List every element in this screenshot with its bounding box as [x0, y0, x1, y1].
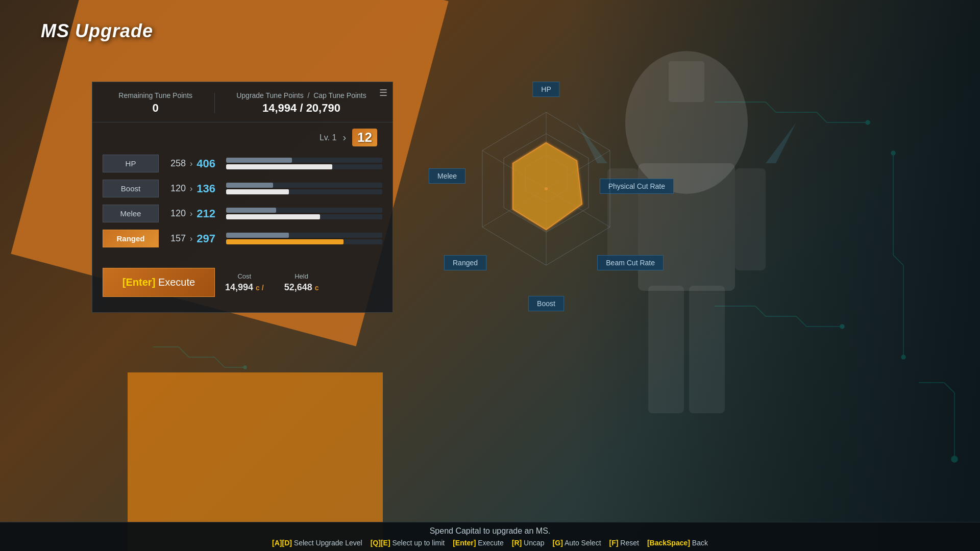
held-value: 52,648 c	[284, 282, 319, 293]
stat-arrow-melee: ›	[190, 209, 192, 218]
stat-row-melee: Melee 120 › 212	[103, 205, 382, 222]
status-bar: Spend Capital to upgrade an MS. [A][D] S…	[0, 522, 980, 551]
level-display: Lv. 1 › 12	[92, 122, 393, 151]
key-hint-backspace: [BackSpace] Back	[643, 539, 712, 547]
cost-value: 14,994 c /	[225, 282, 264, 293]
stat-row-boost: Boost 120 › 136	[103, 180, 382, 197]
svg-marker-42	[513, 143, 582, 230]
stat-new-ranged: 297	[197, 232, 222, 245]
key-hint-r: [R] Uncap	[508, 539, 549, 547]
stat-rows: HP 258 › 406 Boost 120 › 136	[92, 151, 393, 259]
execute-label: Execute	[158, 277, 195, 288]
key-hint-g: [G] Auto Select	[549, 539, 605, 547]
stat-bar-ranged	[226, 233, 382, 244]
level-new: 12	[352, 129, 377, 146]
cost-section: Cost 14,994 c / Held 52,648 c	[225, 272, 319, 293]
svg-marker-35	[766, 122, 796, 163]
level-current: Lv. 1	[320, 133, 337, 142]
svg-rect-32	[689, 286, 725, 413]
stat-old-hp: 258	[163, 158, 186, 169]
upgrade-panel: ☰ Remaining Tune Points 0 Upgrade Tune P…	[92, 82, 393, 313]
stat-old-boost: 120	[163, 183, 186, 194]
stat-new-hp: 406	[197, 157, 222, 170]
remaining-section: Remaining Tune Points 0	[118, 91, 192, 115]
radar-svg	[459, 102, 633, 276]
tune-points-value: 14,994 / 20,790	[236, 102, 366, 115]
radar-chart-area: HP Melee Physical Cut Rate Ranged Beam C…	[419, 71, 674, 327]
stat-bar-melee	[226, 208, 382, 219]
page-title: MS Upgrade	[41, 20, 153, 42]
stat-bar-boost	[226, 183, 382, 194]
key-hint-enter: [Enter] Execute	[449, 539, 508, 547]
status-message: Spend Capital to upgrade an MS.	[0, 527, 980, 536]
key-hint-ad: [A][D] Select Upgrade Level	[268, 539, 366, 547]
tune-points-section: Upgrade Tune Points / Cap Tune Points 14…	[236, 91, 366, 115]
key-hint-f: [F] Reset	[605, 539, 643, 547]
tune-points-label: Upgrade Tune Points / Cap Tune Points	[236, 91, 366, 99]
stat-bar-hp	[226, 158, 382, 169]
stat-arrow-boost: ›	[190, 184, 192, 193]
panel-header: Remaining Tune Points 0 Upgrade Tune Poi…	[92, 82, 393, 122]
svg-rect-33	[669, 61, 704, 102]
held-label: Held	[284, 272, 319, 280]
level-arrow-icon: ›	[342, 132, 346, 143]
svg-rect-30	[735, 168, 766, 270]
stat-label-boost[interactable]: Boost	[103, 180, 159, 197]
stat-row-hp: HP 258 › 406	[103, 155, 382, 172]
held-item: Held 52,648 c	[284, 272, 319, 293]
execute-button[interactable]: [Enter] Execute	[103, 268, 215, 297]
stat-label-ranged[interactable]: Ranged	[103, 230, 159, 247]
cost-item: Cost 14,994 c /	[225, 272, 264, 293]
header-divider	[214, 93, 215, 113]
stat-arrow-hp: ›	[190, 159, 192, 168]
stat-old-ranged: 157	[163, 233, 186, 244]
stat-label-hp[interactable]: HP	[103, 155, 159, 172]
remaining-label: Remaining Tune Points	[118, 91, 192, 99]
remaining-value: 0	[118, 102, 192, 115]
key-hint-qe: [Q][E] Select up to limit	[366, 539, 449, 547]
radar-label-boost: Boost	[528, 296, 564, 311]
enter-key-label: [Enter]	[122, 277, 155, 288]
key-hints: [A][D] Select Upgrade Level [Q][E] Selec…	[0, 539, 980, 547]
execute-section: [Enter] Execute Cost 14,994 c / Held 52,…	[92, 263, 393, 302]
svg-point-43	[545, 187, 548, 190]
stat-arrow-ranged: ›	[190, 234, 192, 243]
radar-label-hp: HP	[532, 82, 559, 97]
stat-new-melee: 212	[197, 207, 222, 220]
cost-label: Cost	[225, 272, 264, 280]
stat-old-melee: 120	[163, 208, 186, 219]
stat-label-melee[interactable]: Melee	[103, 205, 159, 222]
stat-row-ranged: Ranged 157 › 297	[103, 230, 382, 247]
stat-new-boost: 136	[197, 182, 222, 195]
